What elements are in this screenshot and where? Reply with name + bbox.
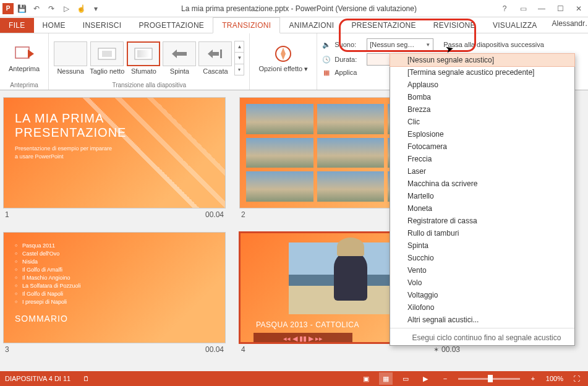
slide-number: 3 [5, 345, 9, 354]
tab-design[interactable]: PROGETTAZIONE [130, 18, 213, 33]
sound-option[interactable]: Vento [390, 264, 574, 277]
slide3-summary-title: SOMMARIO [15, 314, 214, 324]
slide-thumbnail-1[interactable]: LA MIA PRIMA PRESENTAZIONE Presentazione… [4, 98, 225, 208]
gallery-scroll-up-icon[interactable]: ▲ [235, 41, 244, 53]
gallery-scroll-down-icon[interactable]: ▼ [235, 53, 244, 64]
transition-wipe[interactable] [198, 41, 232, 66]
sound-option[interactable]: Fotocamera [390, 140, 574, 153]
tab-home[interactable]: HOME [34, 18, 74, 33]
sound-icon: 🔈 [322, 40, 331, 49]
sound-value: [Nessun seg… [370, 41, 414, 48]
tab-review[interactable]: REVISIONE [425, 18, 484, 33]
group-transition-caption: Transizione alla diapositiva [54, 80, 244, 88]
transition-gallery-more[interactable]: ▲ ▼ ▾ [234, 41, 244, 75]
zoom-in-button[interactable]: + [526, 372, 540, 385]
account-menu[interactable]: Alessandr… [546, 14, 588, 33]
zoom-slider-thumb[interactable] [488, 375, 493, 382]
start-slideshow-icon[interactable]: ▷ [59, 2, 73, 15]
sound-option[interactable]: Registratore di cassa [390, 215, 574, 227]
redo-icon[interactable]: ↷ [45, 2, 58, 15]
zoom-level[interactable]: 100% [546, 375, 563, 382]
tab-transitions[interactable]: TRANSIZIONI [213, 17, 280, 33]
svg-rect-5 [137, 50, 150, 58]
svg-marker-10 [281, 48, 286, 60]
sound-option[interactable]: [Nessun segnale acustico] [390, 54, 574, 66]
transition-fade-label: Sfumato [131, 67, 156, 75]
sound-option[interactable]: Moneta [390, 202, 574, 215]
sound-option[interactable]: [Termina segnale acustico precedente] [390, 66, 574, 79]
view-sorter-icon[interactable]: ▦ [379, 372, 393, 385]
sound-option[interactable]: Macchina da scrivere [390, 178, 574, 190]
view-normal-icon[interactable]: ▣ [359, 372, 373, 385]
effect-options-icon [273, 44, 293, 64]
svg-marker-6 [172, 49, 187, 58]
transition-cut[interactable] [90, 41, 124, 66]
effect-options-button[interactable]: Opzioni effetto ▾ [255, 41, 312, 75]
sound-option[interactable]: Volo [390, 277, 574, 289]
sound-option[interactable]: Applauso [390, 79, 574, 91]
apply-to-all-button[interactable]: Applica [334, 69, 357, 76]
transition-push-label: Spinta [170, 67, 189, 75]
slide-duration: 00.04 [205, 345, 224, 354]
svg-rect-3 [102, 51, 112, 57]
duration-label: Durata: [334, 56, 363, 63]
preview-button[interactable]: Anteprima [5, 41, 43, 75]
sound-option[interactable]: Laser [390, 165, 574, 178]
group-preview-caption: Anteprima [5, 80, 43, 88]
ribbon-display-options-icon[interactable]: ▭ [514, 0, 532, 17]
tab-insert[interactable]: INSERISCI [74, 18, 130, 33]
view-reading-icon[interactable]: ▭ [399, 372, 412, 385]
tab-slideshow[interactable]: PRESENTAZIONE [343, 18, 424, 33]
tab-view[interactable]: VISUALIZZA [484, 18, 546, 33]
slide-duration: 00.03 [441, 345, 460, 354]
tab-file[interactable]: FILE [0, 18, 34, 33]
svg-rect-0 [15, 47, 29, 58]
sound-option[interactable]: Martello [390, 190, 574, 202]
transition-none[interactable] [54, 41, 87, 66]
sound-dropdown-menu[interactable]: [Nessun segnale acustico] [Termina segna… [390, 53, 575, 346]
powerpoint-app-icon: P [2, 3, 14, 14]
effect-options-label: Opzioni effetto ▾ [258, 65, 308, 73]
qat-customize-icon[interactable]: ▾ [89, 2, 103, 15]
sound-option[interactable]: Rullo di tamburi [390, 227, 574, 239]
slide-number: 4 [241, 345, 245, 354]
sound-dropdown[interactable]: [Nessun seg… ▼ [367, 38, 433, 51]
fit-to-window-icon[interactable]: ⛶ [569, 372, 583, 385]
slide-thumbnail-3[interactable]: Pasqua 2011 Castel dell'Ovo Nisida Il Go… [4, 233, 225, 343]
sound-option[interactable]: Voltaggio [390, 289, 574, 301]
transition-fade[interactable] [127, 41, 160, 66]
transition-none-label: Nessuna [57, 67, 83, 75]
sound-option[interactable]: Brezza [390, 103, 574, 116]
notes-icon[interactable]: 🗒 [79, 372, 93, 385]
tab-animations[interactable]: ANIMAZIONI [280, 18, 343, 33]
sound-option[interactable]: Esplosione [390, 128, 574, 140]
svg-marker-1 [28, 49, 34, 58]
sound-option[interactable]: Freccia [390, 153, 574, 165]
svg-marker-7 [208, 49, 219, 58]
animation-indicator-icon[interactable]: ✶ [433, 346, 439, 353]
sound-option-other[interactable]: Altri segnali acustici... [390, 314, 574, 326]
transition-push[interactable] [163, 41, 196, 66]
advance-slide-heading: Passa alla diapositiva successiva [443, 41, 544, 48]
save-icon[interactable]: 💾 [15, 2, 28, 15]
zoom-slider[interactable] [458, 378, 520, 380]
sound-loop-option[interactable]: Esegui ciclo continuo fino al segnale ac… [390, 330, 574, 345]
ribbon-help-icon[interactable]: ? [495, 0, 514, 17]
slide-duration: 00.04 [205, 210, 224, 219]
status-slide-position: DIAPOSITIVA 4 DI 11 [5, 375, 70, 382]
sound-option[interactable]: Xilofono [390, 301, 574, 314]
sound-option[interactable]: Spinta [390, 239, 574, 252]
zoom-out-button[interactable]: − [438, 372, 452, 385]
gallery-expand-icon[interactable]: ▾ [235, 64, 244, 75]
duration-icon: 🕓 [322, 55, 331, 64]
window-title: La mia prima presentazione.pptx - PowerP… [103, 4, 495, 13]
sound-option[interactable]: Succhio [390, 252, 574, 264]
sound-dropdown-arrow-icon[interactable]: ▼ [425, 42, 430, 48]
svg-rect-8 [220, 49, 222, 58]
sound-option[interactable]: Bomba [390, 91, 574, 103]
undo-icon[interactable]: ↶ [30, 2, 43, 15]
view-slideshow-icon[interactable]: ▶ [419, 372, 432, 385]
sound-option[interactable]: Clic [390, 116, 574, 128]
apply-all-icon: ▦ [322, 68, 331, 77]
touch-mode-icon[interactable]: ☝ [74, 2, 88, 15]
